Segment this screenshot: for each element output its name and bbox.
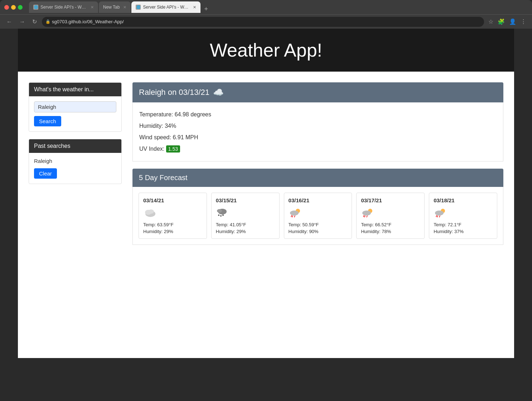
search-input[interactable] — [34, 101, 116, 112]
app-header: Weather App! — [18, 29, 514, 72]
tab-label-3: Server Side API's - Weather A... — [143, 5, 189, 10]
temperature-line: Temperature: 64.98 degrees — [139, 109, 497, 120]
forecast-icon-2 — [289, 206, 348, 219]
main-content: Raleigh on 03/13/21 ☁️ Temperature: 64.9… — [132, 82, 503, 347]
tab-close-2[interactable]: ✕ — [123, 5, 126, 10]
forecast-card-1: 03/15/21 Temp: 41.05°F — [211, 193, 280, 239]
search-section: What's the weather in... Search — [29, 82, 122, 132]
forecast-temp-2: Temp: 50.59°F — [289, 222, 348, 227]
browser-tab-2[interactable]: New Tab ✕ — [99, 1, 131, 13]
address-input[interactable] — [42, 17, 484, 27]
svg-point-4 — [217, 209, 222, 213]
forecast-humidity-0: Humidity: 29% — [143, 229, 202, 234]
svg-point-6 — [220, 215, 222, 217]
current-weather-details: Temperature: 64.98 degrees Humidity: 34%… — [132, 102, 503, 161]
forecast-temp-0: Temp: 63.59°F — [143, 222, 202, 227]
toolbar-icons: ☆ 🧩 👤 ⋮ — [487, 17, 528, 26]
bookmark-button[interactable]: ☆ — [487, 17, 495, 26]
forecast-date-0: 03/14/21 — [143, 197, 202, 203]
lock-icon: 🔒 — [45, 19, 50, 24]
svg-line-17 — [363, 215, 364, 217]
svg-line-12 — [291, 215, 292, 217]
browser-toolbar: ← → ↻ 🔒 ☆ 🧩 👤 ⋮ — [0, 14, 532, 29]
svg-line-15 — [364, 216, 365, 217]
browser-titlebar: 🌐 Server Side API's - Weather A... ✕ New… — [0, 0, 532, 14]
forecast-humidity-1: Humidity: 29% — [216, 229, 275, 234]
svg-line-11 — [294, 216, 295, 217]
app-title: Weather App! — [29, 39, 503, 61]
forecast-date-3: 03/17/21 — [361, 197, 420, 203]
traffic-lights — [4, 5, 23, 10]
tab-favicon-1: 🌐 — [33, 5, 38, 10]
past-search-item-raleigh[interactable]: Raleigh — [34, 158, 116, 164]
tab-close-1[interactable]: ✕ — [91, 5, 94, 10]
clear-button[interactable]: Clear — [34, 168, 57, 179]
svg-point-19 — [435, 211, 444, 216]
current-weather-cloud-icon: ☁️ — [213, 87, 224, 97]
svg-line-10 — [292, 216, 293, 217]
forecast-card-4: 03/18/21 Temp: 72.1°F — [429, 193, 497, 239]
reload-button[interactable]: ↻ — [30, 17, 39, 26]
past-searches-header: Past searches — [29, 139, 121, 153]
svg-line-16 — [367, 216, 367, 217]
profile-button[interactable]: 👤 — [508, 17, 518, 26]
tab-close-3[interactable]: ✕ — [193, 5, 196, 10]
forward-button[interactable]: → — [17, 17, 27, 26]
forecast-card-3: 03/17/21 Temp: 66.52°F — [356, 193, 425, 239]
svg-point-7 — [222, 214, 224, 216]
browser-tab-1[interactable]: 🌐 Server Side API's - Weather A... ✕ — [29, 1, 98, 13]
address-bar-container: 🔒 — [42, 17, 484, 27]
forecast-card-2: 03/16/21 Temp: 50.59°F — [284, 193, 352, 239]
past-searches-section: Past searches Raleigh Clear — [29, 139, 122, 184]
current-weather-header: Raleigh on 03/13/21 ☁️ — [132, 82, 503, 102]
maximize-window-button[interactable] — [18, 5, 23, 10]
humidity-line: Humidity: 34% — [139, 120, 497, 132]
forecast-humidity-3: Humidity: 78% — [361, 229, 420, 234]
current-city: Raleigh — [139, 88, 166, 97]
forecast-card-0: 03/14/21 Temp: 63.59°F Humidity: 29% — [139, 193, 207, 239]
forecast-grid: 03/14/21 Temp: 63.59°F Humidity: 29% — [139, 193, 497, 239]
uv-index-line: UV Index: 1.53 — [139, 143, 497, 155]
search-button[interactable]: Search — [34, 116, 61, 126]
forecast-temp-4: Temp: 72.1°F — [434, 222, 493, 227]
past-searches-body: Raleigh Clear — [29, 153, 121, 184]
extensions-button[interactable]: 🧩 — [496, 17, 506, 26]
menu-button[interactable]: ⋮ — [519, 17, 528, 26]
app-body: What's the weather in... Search Past sea… — [18, 72, 514, 358]
forecast-icon-0 — [143, 206, 202, 219]
current-date: 03/13/21 — [179, 88, 209, 97]
svg-point-5 — [218, 214, 219, 216]
tab-label-1: Server Side API's - Weather A... — [40, 5, 87, 10]
forecast-temp-1: Temp: 41.05°F — [216, 222, 275, 227]
search-section-header: What's the weather in... — [29, 83, 121, 96]
tabs-bar: 🌐 Server Side API's - Weather A... ✕ New… — [29, 1, 211, 13]
browser-tab-3[interactable]: 🌐 Server Side API's - Weather A... ✕ — [131, 1, 200, 13]
wind-speed-line: Wind speed: 6.91 MPH — [139, 132, 497, 143]
forecast-icon-3 — [361, 206, 420, 219]
current-weather-city-date: Raleigh on 03/13/21 — [139, 88, 209, 97]
forecast-date-1: 03/15/21 — [216, 197, 275, 203]
uv-label: UV Index: — [139, 146, 164, 152]
svg-line-22 — [436, 215, 437, 217]
new-tab-button[interactable]: + — [201, 5, 211, 13]
uv-badge: 1.53 — [166, 145, 180, 153]
minimize-window-button[interactable] — [11, 5, 16, 10]
svg-line-21 — [439, 216, 440, 217]
tab-favicon-3: 🌐 — [136, 5, 141, 10]
forecast-icon-4 — [434, 206, 493, 219]
browser-window: 🌐 Server Side API's - Weather A... ✕ New… — [0, 0, 532, 401]
svg-point-9 — [290, 211, 299, 216]
svg-point-14 — [362, 211, 371, 216]
forecast-temp-3: Temp: 66.52°F — [361, 222, 420, 227]
current-on: on — [168, 88, 179, 97]
forecast-container: 03/14/21 Temp: 63.59°F Humidity: 29% — [132, 187, 503, 245]
sidebar: What's the weather in... Search Past sea… — [29, 82, 122, 347]
close-window-button[interactable] — [4, 5, 9, 10]
forecast-date-4: 03/18/21 — [434, 197, 493, 203]
svg-point-2 — [148, 209, 154, 214]
forecast-humidity-4: Humidity: 37% — [434, 229, 493, 234]
svg-line-20 — [437, 216, 438, 217]
forecast-humidity-2: Humidity: 90% — [289, 229, 348, 234]
forecast-icon-1 — [216, 206, 275, 219]
back-button[interactable]: ← — [4, 17, 14, 26]
